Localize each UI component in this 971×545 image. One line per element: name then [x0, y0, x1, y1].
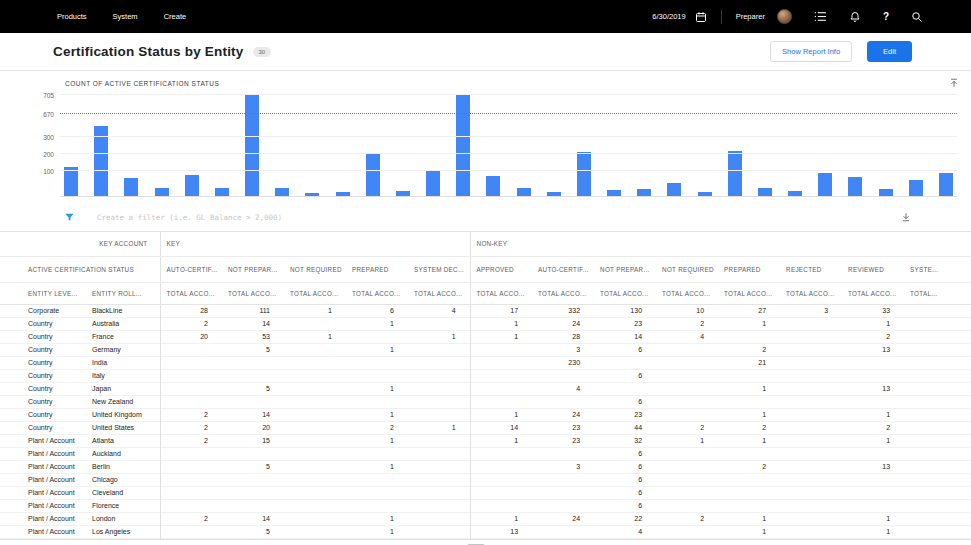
list-icon[interactable] — [814, 11, 827, 22]
filter-input[interactable] — [97, 213, 901, 222]
status-column-header[interactable]: PREPARED — [346, 256, 408, 282]
dim-column-header[interactable]: ENTITY ROLL... — [86, 282, 160, 304]
bar[interactable] — [245, 95, 259, 196]
table-row[interactable]: CountryItaly6 — [0, 369, 971, 382]
bar[interactable] — [486, 176, 500, 196]
status-column-header[interactable]: REVIEWED — [842, 256, 904, 282]
measure-column-header[interactable]: TOTAL ACCO... — [408, 282, 470, 304]
y-tick-label: 705 — [28, 92, 54, 99]
bar[interactable] — [547, 192, 561, 196]
edit-button[interactable]: Edit — [867, 41, 912, 62]
collapse-filter-icon[interactable] — [901, 212, 911, 222]
show-report-info-button[interactable]: Show Report Info — [770, 41, 852, 62]
table-row[interactable]: CountryUnited Kingdom21411242311 — [0, 408, 971, 421]
value-cell — [346, 499, 408, 512]
bar[interactable] — [909, 180, 923, 196]
table-row[interactable]: CountryUnited States22021142344222 — [0, 421, 971, 434]
measure-column-header[interactable]: TOTAL ACCO... — [718, 282, 780, 304]
measure-column-header[interactable]: TOTAL ACCO... — [594, 282, 656, 304]
status-column-header[interactable]: NOT PREPAR... — [222, 256, 284, 282]
search-icon[interactable] — [911, 11, 923, 23]
collapse-chart-icon[interactable] — [949, 78, 959, 88]
table-row[interactable]: CountryAustralia214112423211 — [0, 317, 971, 330]
measure-column-header[interactable]: TOTAL ACCO... — [284, 282, 346, 304]
table-row[interactable]: Plant / AccountLondon214112422211 — [0, 512, 971, 525]
status-column-header[interactable]: NOT REQUIRED — [284, 256, 346, 282]
measure-column-header[interactable]: TOTAL ACCO... — [780, 282, 842, 304]
status-column-header[interactable]: NOT PREPAR... — [594, 256, 656, 282]
value-cell: 1 — [346, 434, 408, 447]
bar[interactable] — [848, 177, 862, 196]
measure-column-header[interactable]: TOTAL ACCO... — [160, 282, 222, 304]
bar[interactable] — [607, 190, 621, 196]
table-row[interactable]: CountryNew Zealand6 — [0, 395, 971, 408]
measure-column-header[interactable]: TOTAL ACCO... — [470, 282, 532, 304]
measure-column-header[interactable]: TOTAL ACCO... — [656, 282, 718, 304]
table-row[interactable]: CountryGermany5136213 — [0, 343, 971, 356]
bar[interactable] — [577, 152, 591, 196]
period-date-picker[interactable]: 6/30/2019 — [652, 11, 706, 23]
bar[interactable] — [788, 191, 802, 196]
table-row[interactable]: Plant / AccountLos Angeles5113411 — [0, 525, 971, 538]
bar[interactable] — [275, 188, 289, 196]
bar[interactable] — [818, 173, 832, 196]
bar[interactable] — [456, 95, 470, 196]
bell-icon[interactable] — [849, 11, 861, 23]
table-row[interactable]: CorporateBlackLine2811116417332130102733… — [0, 304, 971, 317]
status-column-header[interactable]: PREPARED — [718, 256, 780, 282]
menu-create[interactable]: Create — [164, 12, 187, 21]
bar[interactable] — [426, 171, 440, 196]
menu-system[interactable]: System — [113, 12, 138, 21]
measure-column-header[interactable]: TOTAL ACCO... — [222, 282, 284, 304]
status-column-header[interactable]: APPROVED — [470, 256, 532, 282]
bar[interactable] — [64, 167, 78, 196]
bar[interactable] — [185, 175, 199, 196]
avatar[interactable] — [777, 9, 792, 24]
value-cell — [160, 473, 222, 486]
bar[interactable] — [305, 193, 319, 196]
bar[interactable] — [637, 189, 651, 196]
bar[interactable] — [728, 151, 742, 196]
dim-column-header[interactable]: ENTITY LEVE... — [0, 282, 86, 304]
bar[interactable] — [939, 173, 953, 196]
table-row[interactable]: Plant / AccountFlorence6 — [0, 499, 971, 512]
filter-funnel-icon[interactable] — [64, 212, 75, 223]
bar[interactable] — [366, 153, 380, 196]
measure-column-header[interactable]: TOTAL ACCO... — [346, 282, 408, 304]
value-cell — [780, 447, 842, 460]
table-row[interactable]: CountryFrance2053111281442 — [0, 330, 971, 343]
status-column-header[interactable]: SYSTEM DEC... — [408, 256, 470, 282]
menu-products[interactable]: Products — [57, 12, 87, 21]
bar[interactable] — [396, 191, 410, 196]
status-column-header[interactable]: AUTO-CERTIF... — [160, 256, 222, 282]
status-column-header[interactable]: SYSTE... — [904, 256, 971, 282]
table-row[interactable]: CountryIndia23021 — [0, 356, 971, 369]
table-row[interactable]: Plant / AccountAtlanta215112332111 — [0, 434, 971, 447]
bar[interactable] — [758, 188, 772, 196]
table-row[interactable]: Plant / AccountChicago6 — [0, 473, 971, 486]
value-cell — [842, 486, 904, 499]
measure-column-header[interactable]: TOTAL ACCO... — [532, 282, 594, 304]
bar[interactable] — [336, 192, 350, 196]
bar[interactable] — [517, 188, 531, 196]
role-selector[interactable]: Preparer — [736, 12, 765, 21]
measure-column-header[interactable]: TOTAL ACCO... — [842, 282, 904, 304]
bar[interactable] — [155, 188, 169, 196]
value-cell — [408, 525, 470, 538]
bar[interactable] — [879, 189, 893, 196]
calendar-icon[interactable] — [695, 11, 707, 23]
measure-column-header[interactable]: TOTAL... — [904, 282, 971, 304]
table-row[interactable]: CountryJapan514113 — [0, 382, 971, 395]
table-row[interactable]: Plant / AccountBerlin5136213 — [0, 460, 971, 473]
bar[interactable] — [215, 188, 229, 196]
status-column-header[interactable]: NOT REQUIRED — [656, 256, 718, 282]
status-column-header[interactable]: REJECTED — [780, 256, 842, 282]
table-row[interactable]: Plant / AccountAuckland6 — [0, 447, 971, 460]
status-column-header[interactable]: AUTO-CERTIF... — [532, 256, 594, 282]
bar[interactable] — [698, 192, 712, 196]
value-cell — [284, 317, 346, 330]
bar[interactable] — [667, 183, 681, 196]
bar[interactable] — [124, 178, 138, 196]
help-icon[interactable]: ? — [883, 11, 889, 22]
table-row[interactable]: Plant / AccountCleveland6 — [0, 486, 971, 499]
